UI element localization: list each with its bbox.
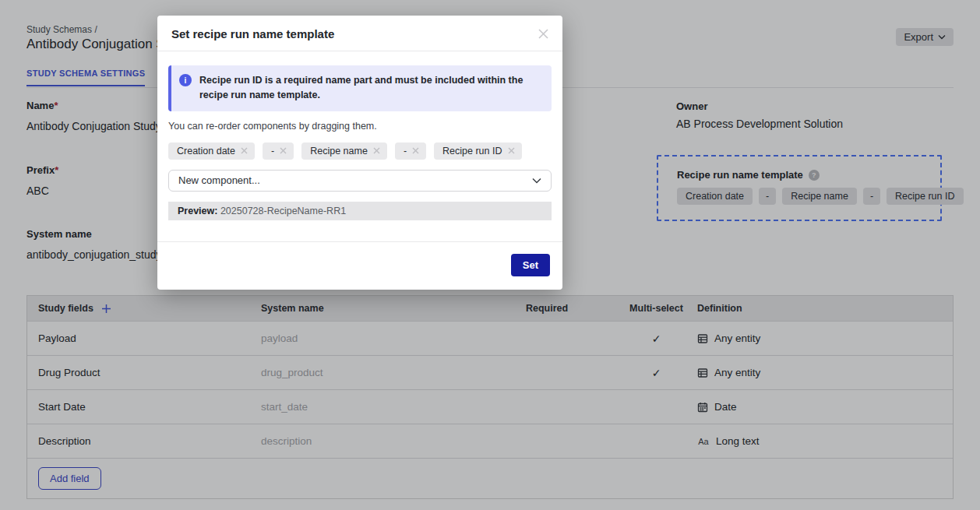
new-component-select[interactable]: New component... — [168, 170, 552, 192]
info-banner-text: Recipe run ID is a required name part an… — [199, 73, 541, 104]
new-component-select-value: New component... — [178, 174, 260, 186]
close-icon[interactable] — [534, 25, 552, 42]
component-chip-label: Creation date — [177, 146, 235, 157]
preview-bar: Preview: 20250728-RecipeName-RR1 — [168, 202, 552, 220]
component-chip-separator[interactable]: - — [395, 142, 426, 160]
component-chip-label: - — [271, 146, 274, 157]
reorder-hint: You can re-order components by dragging … — [168, 121, 552, 132]
remove-icon[interactable] — [412, 147, 419, 154]
component-chip-separator[interactable]: - — [263, 142, 294, 160]
remove-icon[interactable] — [508, 147, 515, 154]
modal-title: Set recipe run name template — [171, 27, 548, 40]
remove-icon[interactable] — [373, 147, 380, 154]
component-chip-label: Recipe name — [310, 146, 368, 157]
preview-label: Preview: — [178, 206, 217, 216]
component-chip-label: - — [404, 146, 407, 157]
component-chip[interactable]: Recipe name — [301, 142, 387, 160]
component-chip[interactable]: Recipe run ID — [434, 142, 521, 160]
component-chip-label: Recipe run ID — [442, 146, 502, 157]
component-chips: Creation date - Recipe name - Recipe run… — [168, 142, 552, 160]
set-recipe-run-name-template-modal: Set recipe run name template i Recipe ru… — [157, 16, 562, 290]
set-button[interactable]: Set — [511, 254, 550, 276]
remove-icon[interactable] — [241, 147, 248, 154]
remove-icon[interactable] — [280, 147, 287, 154]
component-chip[interactable]: Creation date — [168, 142, 255, 160]
preview-value: 20250728-RecipeName-RR1 — [220, 206, 346, 216]
info-banner: i Recipe run ID is a required name part … — [168, 65, 552, 111]
chevron-down-icon — [532, 178, 541, 184]
info-icon: i — [179, 74, 192, 86]
